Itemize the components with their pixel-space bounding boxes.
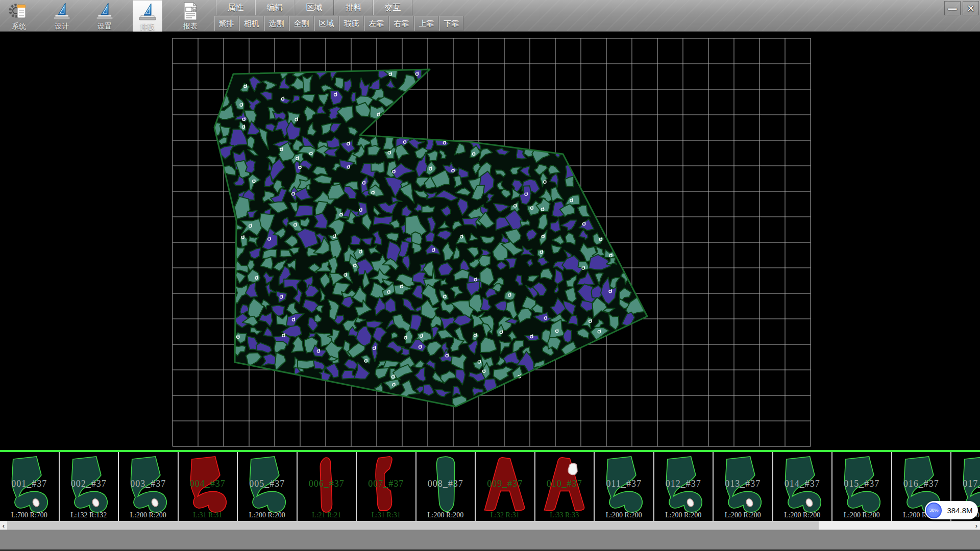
piece-thumbnail-005_#37[interactable]: 005_#37L:200 R:200 [238, 452, 298, 521]
tool-button-3[interactable]: 全割 [289, 16, 313, 31]
toolbar-button-label: 排版 [140, 22, 155, 31]
tool-button-6[interactable]: 左靠 [364, 16, 388, 31]
piece-lr-count: L:200 R:200 [416, 511, 475, 519]
piece-thumbnail-007_#37[interactable]: 007_#37L:31 R:31 [357, 452, 416, 521]
piece-id: 005_#37 [238, 479, 297, 489]
piece-id: 002_#37 [60, 479, 118, 489]
piece-id: 008_#37 [416, 479, 475, 489]
piece-thumbnail-015_#37[interactable]: 015_#37L:200 R:200 [832, 452, 892, 521]
close-button[interactable]: ✕ [963, 1, 979, 15]
menu-tab-1[interactable]: 编辑 [255, 0, 295, 15]
piece-thumbnail-002_#37[interactable]: 002_#37L:132 R:132 [60, 452, 119, 521]
piece-id: 011_#37 [595, 479, 653, 489]
piece-lr-count: L:200 R:200 [119, 511, 178, 519]
piece-id: 003_#37 [119, 479, 178, 489]
piece-id: 001_#37 [0, 479, 59, 489]
piece-lr-count: L:32 R:31 [476, 511, 534, 519]
piece-lr-count: L:700 R:700 [0, 511, 59, 519]
piece-lr-count: L:31 R:31 [179, 511, 237, 519]
status-badge: 38% 384.8M [925, 501, 978, 519]
tool-button-4[interactable]: 区域 [314, 16, 338, 31]
piece-lr-count: L:200 R:200 [773, 511, 832, 519]
tool-button-8[interactable]: 上靠 [414, 16, 438, 31]
toolbar-button-4[interactable]: 报表 [176, 0, 205, 32]
piece-id: 009_#37 [476, 479, 534, 489]
toolbar-button-0[interactable]: 系统 [4, 0, 34, 32]
piece-id: 015_#37 [832, 479, 891, 489]
piece-lr-count: L:200 R:200 [654, 511, 713, 519]
piece-thumbnail-010_#37[interactable]: 010_#37L:33 R:33 [535, 452, 595, 521]
piece-lr-count: L:200 R:200 [832, 511, 891, 519]
progress-circle: 38% [926, 503, 942, 518]
piece-strip: 001_#37L:700 R:700002_#37L:132 R:132003_… [0, 450, 980, 521]
piece-lr-count: L:200 R:200 [238, 511, 297, 519]
menu-area: 属性编辑区域排料交互 聚排相机选割全割区域瑕疵左靠右靠上靠下靠 [216, 0, 464, 32]
scroll-right-arrow[interactable]: › [973, 521, 980, 530]
set-square-icon [94, 1, 115, 21]
window-controls: — ✕ [944, 1, 979, 15]
tool-button-7[interactable]: 右靠 [389, 16, 413, 31]
piece-id: 013_#37 [714, 479, 772, 489]
gear-icon [8, 1, 30, 21]
piece-id: 016_#37 [892, 479, 951, 489]
tool-button-1[interactable]: 相机 [239, 16, 263, 31]
piece-thumbnail-011_#37[interactable]: 011_#37L:200 R:200 [595, 452, 654, 521]
toolbar-button-label: 设置 [97, 21, 112, 31]
menu-tab-4[interactable]: 交互 [373, 0, 412, 15]
piece-lr-count: L:33 R:33 [535, 511, 594, 519]
piece-id: 014_#37 [773, 479, 832, 489]
set-square-icon [51, 1, 72, 21]
piece-lr-count: L:132 R:132 [60, 511, 118, 519]
piece-lr-count: L:200 R:200 [595, 511, 653, 519]
piece-thumbnail-008_#37[interactable]: 008_#37L:200 R:200 [416, 452, 476, 521]
piece-lr-count: L:31 R:31 [357, 511, 415, 519]
scroll-left-arrow[interactable]: ‹ [0, 521, 7, 530]
bottom-bar [0, 530, 980, 551]
tool-buttons: 聚排相机选割全割区域瑕疵左靠右靠上靠下靠 [214, 16, 464, 32]
report-icon [180, 1, 201, 21]
piece-hole [568, 463, 577, 475]
menu-tabs: 属性编辑区域排料交互 [216, 0, 464, 15]
piece-lr-count: L:200 R:200 [714, 511, 772, 519]
memory-label: 384.8M [942, 506, 978, 515]
tool-button-0[interactable]: 聚排 [214, 16, 238, 31]
piece-thumbnail-012_#37[interactable]: 012_#37L:200 R:200 [654, 452, 714, 521]
piece-id: 004_#37 [179, 479, 237, 489]
piece-thumbnail-006_#37[interactable]: 006_#37L:21 R:21 [298, 452, 357, 521]
toolbar-button-2[interactable]: 设置 [90, 0, 119, 32]
piece-lr-count: L:21 R:21 [298, 511, 356, 519]
hide-layout-view [0, 32, 980, 450]
scroll-thumb[interactable] [7, 521, 819, 530]
piece-id: 012_#37 [654, 479, 713, 489]
piece-id: 017_#37 [951, 479, 980, 489]
nesting-canvas[interactable] [0, 32, 980, 450]
piece-id: 006_#37 [298, 479, 356, 489]
tool-button-9[interactable]: 下靠 [439, 16, 463, 31]
piece-thumbnail-009_#37[interactable]: 009_#37L:32 R:31 [476, 452, 535, 521]
piece-id: 007_#37 [357, 479, 415, 489]
minimize-button[interactable]: — [944, 1, 961, 15]
menu-tab-0[interactable]: 属性 [216, 0, 255, 15]
menu-tab-2[interactable]: 区域 [295, 0, 334, 15]
piece-id: 010_#37 [535, 479, 594, 489]
main-toolbar: 系统设计设置排版报表 [4, 0, 205, 32]
toolbar-button-label: 系统 [12, 21, 26, 31]
piece-thumbnail-013_#37[interactable]: 013_#37L:200 R:200 [714, 452, 773, 521]
tool-button-5[interactable]: 瑕疵 [339, 16, 363, 31]
set-square-icon [137, 2, 158, 22]
toolbar-button-1[interactable]: 设计 [47, 0, 77, 32]
toolbar-button-3[interactable]: 排版 [133, 0, 162, 32]
titlebar: 系统设计设置排版报表 属性编辑区域排料交互 聚排相机选割全割区域瑕疵左靠右靠上靠… [0, 0, 980, 32]
piece-thumbnail-004_#37[interactable]: 004_#37L:31 R:31 [179, 452, 238, 521]
menu-tab-3[interactable]: 排料 [334, 0, 373, 15]
piece-thumbnail-003_#37[interactable]: 003_#37L:200 R:200 [119, 452, 179, 521]
horizontal-scrollbar[interactable]: ‹ › [0, 521, 980, 530]
toolbar-button-label: 报表 [183, 21, 198, 31]
tool-button-2[interactable]: 选割 [264, 16, 288, 31]
toolbar-button-label: 设计 [55, 21, 69, 31]
piece-thumbnail-001_#37[interactable]: 001_#37L:700 R:700 [0, 452, 60, 521]
piece-thumbnail-014_#37[interactable]: 014_#37L:200 R:200 [773, 452, 833, 521]
